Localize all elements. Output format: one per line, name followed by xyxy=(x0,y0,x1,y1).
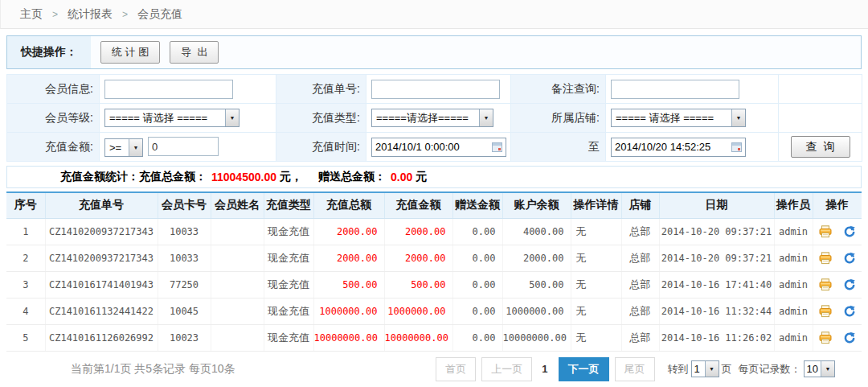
cell-no: 1 xyxy=(6,218,45,245)
amount-input[interactable] xyxy=(148,137,219,156)
cell-no: 2 xyxy=(6,245,45,271)
table-header-row: 序号 充值单号 会员卡号 会员姓名 充值类型 充值总额 充值金额 赠送金额 账户… xyxy=(6,192,862,218)
summary-gift-value: 0.00 xyxy=(391,171,412,183)
refresh-icon[interactable] xyxy=(843,278,856,291)
table-row: 3 CZ1410161741401943 77250 现金充值 500.00 5… xyxy=(6,271,862,298)
cell-actions xyxy=(813,218,862,245)
cell-operator: admin xyxy=(774,271,813,298)
member-level-select[interactable]: ===== 请选择 ===== ▼ xyxy=(104,109,240,127)
calendar-icon[interactable] xyxy=(492,142,502,152)
print-icon[interactable] xyxy=(819,278,832,291)
print-icon[interactable] xyxy=(819,225,832,238)
member-info-label: 会员信息: xyxy=(7,75,100,104)
cell-gift: 0.00 xyxy=(452,324,502,351)
member-level-selected: ===== 请选择 ===== xyxy=(105,111,225,126)
recharge-type-select[interactable]: =====请选择===== ▼ xyxy=(371,109,493,127)
cell-member-name xyxy=(211,218,264,245)
cell-no: 3 xyxy=(6,271,45,298)
filter-form: 会员信息: 充值单号: 备注查询: 会员等级: ===== 请选择 ===== … xyxy=(6,74,862,162)
chevron-down-icon[interactable]: ▼ xyxy=(479,109,493,126)
pagination-controls: 首页 上一页 1 下一页 尾页 转到 1 ▼ 页 每页记录数： 10 ▼ xyxy=(430,357,837,381)
cell-total: 500.00 xyxy=(313,271,384,298)
cell-no: 5 xyxy=(6,324,45,351)
recharge-table: 序号 充值单号 会员卡号 会员姓名 充值类型 充值总额 充值金额 赠送金额 账户… xyxy=(6,191,862,352)
per-page-select[interactable]: 10 ▼ xyxy=(804,360,835,377)
col-header-gift: 赠送金额 xyxy=(452,192,502,218)
print-icon[interactable] xyxy=(819,331,832,344)
col-header-no: 序号 xyxy=(6,192,45,218)
cell-balance: 4000.00 xyxy=(502,218,571,245)
store-select[interactable]: ===== 请选择 ===== ▼ xyxy=(611,109,746,127)
member-info-input[interactable] xyxy=(104,80,233,99)
refresh-icon[interactable] xyxy=(843,331,856,344)
breadcrumb-separator-icon: > xyxy=(122,9,128,20)
cell-card-no: 10033 xyxy=(158,245,211,271)
chevron-down-icon[interactable]: ▼ xyxy=(731,109,745,126)
time-label: 充值时间: xyxy=(276,133,366,162)
chevron-down-icon[interactable]: ▼ xyxy=(705,361,719,377)
goto-page-value: 1 xyxy=(692,363,705,375)
amount-operator-select[interactable]: >= ▼ xyxy=(104,138,143,157)
last-page-button[interactable]: 尾页 xyxy=(615,357,655,381)
note-query-input[interactable] xyxy=(611,80,739,99)
first-page-button[interactable]: 首页 xyxy=(436,357,476,381)
cell-recharge-type: 现金充值 xyxy=(264,298,313,324)
refresh-icon[interactable] xyxy=(843,225,856,238)
summary-gift-unit: 元 xyxy=(416,170,427,184)
cell-date: 2014-10-16 11:32:44 xyxy=(659,298,774,324)
chevron-down-icon[interactable]: ▼ xyxy=(821,361,834,377)
cell-detail: 无 xyxy=(571,324,621,351)
table-row: 2 CZ1410200937217343 10033 现金充值 2000.00 … xyxy=(6,245,862,271)
time-to-value: 2014/10/20 14:52:25 xyxy=(615,141,731,153)
current-page-number: 1 xyxy=(542,363,547,375)
cell-order-no: CZ1410161126026992 xyxy=(45,324,158,351)
store-label: 所属店铺: xyxy=(511,104,606,133)
recharge-no-input[interactable] xyxy=(371,80,500,99)
refresh-icon[interactable] xyxy=(843,252,856,265)
cell-balance: 2000.00 xyxy=(502,245,571,271)
search-button[interactable]: 查 询 xyxy=(791,136,850,158)
goto-page-select[interactable]: 1 ▼ xyxy=(691,360,719,377)
breadcrumb-item-home[interactable]: 主页 xyxy=(20,7,43,22)
cell-store: 总部 xyxy=(621,271,659,298)
refresh-icon[interactable] xyxy=(843,305,856,318)
print-icon[interactable] xyxy=(819,305,832,318)
member-level-label: 会员等级: xyxy=(7,104,100,133)
chart-button[interactable]: 统 计 图 xyxy=(100,41,160,64)
cell-order-no: CZ1410161132441422 xyxy=(45,298,158,324)
col-header-operator: 操作员 xyxy=(774,192,813,218)
print-icon[interactable] xyxy=(819,252,832,265)
table-row: 5 CZ1410161126026992 10023 现金充值 10000000… xyxy=(6,324,862,351)
note-query-label: 备注查询: xyxy=(511,75,606,104)
cell-card-no: 10023 xyxy=(158,324,211,351)
amount-operator-selected: >= xyxy=(105,142,129,154)
time-to-input[interactable]: 2014/10/20 14:52:25 xyxy=(611,138,746,157)
cell-card-no: 10045 xyxy=(158,298,211,324)
recharge-type-selected: =====请选择===== xyxy=(372,111,479,126)
recharge-type-label: 充值类型: xyxy=(276,104,366,133)
calendar-icon[interactable] xyxy=(731,142,742,152)
time-from-input[interactable]: 2014/10/1 0:00:00 xyxy=(371,138,506,157)
next-page-button[interactable]: 下一页 xyxy=(559,357,609,381)
chevron-down-icon[interactable]: ▼ xyxy=(129,139,142,156)
time-from-value: 2014/10/1 0:00:00 xyxy=(375,141,492,153)
col-header-card: 会员卡号 xyxy=(158,192,211,218)
table-row: 4 CZ1410161132441422 10045 现金充值 1000000.… xyxy=(6,298,862,324)
cell-store: 总部 xyxy=(621,218,659,245)
cell-gift: 0.00 xyxy=(452,218,502,245)
col-header-name: 会员姓名 xyxy=(211,192,264,218)
breadcrumb-item-reports[interactable]: 统计报表 xyxy=(68,7,113,22)
cell-total: 10000000.00 xyxy=(313,324,384,351)
cell-order-no: CZ1410161741401943 xyxy=(45,271,158,298)
prev-page-button[interactable]: 上一页 xyxy=(481,357,532,381)
cell-recharge-type: 现金充值 xyxy=(264,324,313,351)
cell-actions xyxy=(813,245,862,271)
col-header-order: 充值单号 xyxy=(45,192,158,218)
main-content: 快捷操作： 统 计 图 导 出 会员信息: 充值单号: 备注查询: 会员等级: … xyxy=(0,29,868,387)
goto-label: 转到 xyxy=(668,362,689,377)
quick-actions-label: 快捷操作： xyxy=(7,36,91,68)
cell-detail: 无 xyxy=(571,245,621,271)
export-button[interactable]: 导 出 xyxy=(170,41,219,64)
cell-date: 2014-10-16 11:26:02 xyxy=(659,324,774,351)
chevron-down-icon[interactable]: ▼ xyxy=(225,109,239,126)
